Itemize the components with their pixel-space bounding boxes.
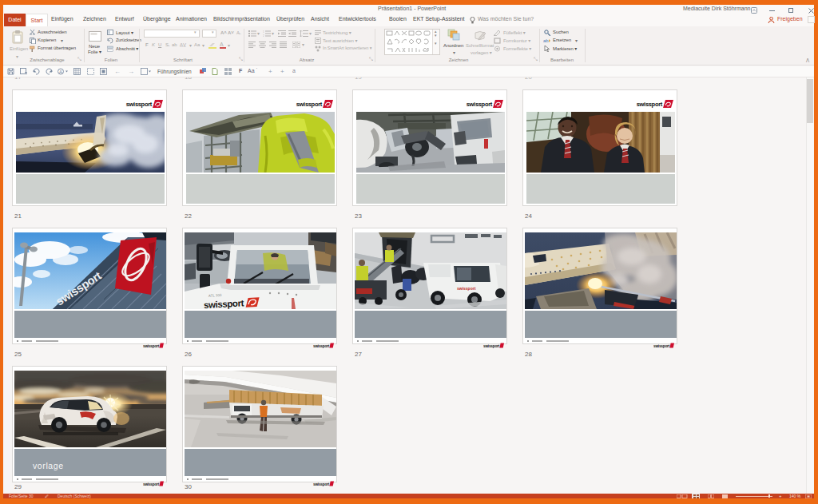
svg-text:1: 1: [263, 30, 264, 34]
svg-text:A: A: [220, 42, 224, 47]
svg-text:swissport: swissport: [483, 344, 500, 348]
svg-text:swissport: swissport: [143, 482, 160, 486]
svg-text:2: 2: [263, 34, 264, 37]
svg-text:A: A: [59, 69, 62, 74]
svg-text:swissport: swissport: [313, 344, 330, 348]
svg-text:swissport: swissport: [653, 344, 670, 348]
svg-text:swissport: swissport: [457, 286, 476, 291]
svg-text:swissport: swissport: [204, 298, 244, 309]
svg-text:swissport: swissport: [143, 344, 160, 348]
svg-text:swissport: swissport: [313, 482, 330, 486]
svg-text:ab: ab: [543, 38, 549, 43]
